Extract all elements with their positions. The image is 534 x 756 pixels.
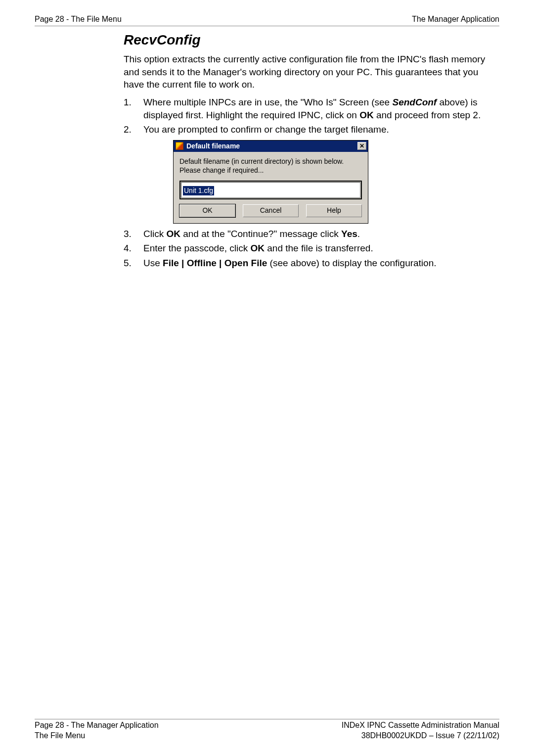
- footer-left-2: The File Menu: [35, 730, 159, 741]
- filename-input[interactable]: Unit 1.cfg: [179, 181, 362, 199]
- step-3: Click OK and at the "Continue?" message …: [124, 228, 499, 240]
- section-title: RecvConfig: [124, 32, 499, 48]
- footer-right-2: 38DHB0002UKDD – Issue 7 (22/11/02): [342, 730, 499, 741]
- help-button[interactable]: Help: [306, 204, 362, 217]
- step-4: Enter the passcode, click OK and the fil…: [124, 242, 499, 255]
- dialog-message: Default filename (in current directory) …: [179, 157, 362, 175]
- footer-right-1: INDeX IPNC Cassette Administration Manua…: [342, 720, 499, 731]
- dialog-titlebar[interactable]: Default filename ✕: [174, 141, 368, 152]
- footer-left-1: Page 28 - The Manager Application: [35, 720, 159, 731]
- default-filename-dialog: Default filename ✕ Default filename (in …: [173, 140, 368, 224]
- app-icon: [176, 142, 183, 150]
- steps-list: Where multiple INPCs are in use, the "Wh…: [124, 96, 499, 270]
- ok-button[interactable]: OK: [179, 204, 235, 217]
- ref-sendconf: SendConf: [392, 97, 437, 107]
- section-intro: This option extracts the currently activ…: [124, 53, 499, 91]
- step-1: Where multiple INPCs are in use, the "Wh…: [124, 96, 499, 121]
- dialog-title: Default filename: [186, 142, 240, 151]
- close-icon[interactable]: ✕: [357, 142, 366, 150]
- cancel-button[interactable]: Cancel: [243, 204, 299, 217]
- step-2: You are prompted to confirm or change th…: [124, 123, 499, 224]
- step-5: Use File | Offline | Open File (see abov…: [124, 257, 499, 270]
- header-left: Page 28 - The File Menu: [35, 15, 122, 24]
- filename-value: Unit 1.cfg: [183, 186, 214, 195]
- header-right: The Manager Application: [412, 15, 499, 24]
- page-footer: Page 28 - The Manager Application The Fi…: [35, 720, 499, 741]
- page-header: Page 28 - The File Menu The Manager Appl…: [35, 15, 499, 26]
- ref-ok: OK: [359, 110, 374, 120]
